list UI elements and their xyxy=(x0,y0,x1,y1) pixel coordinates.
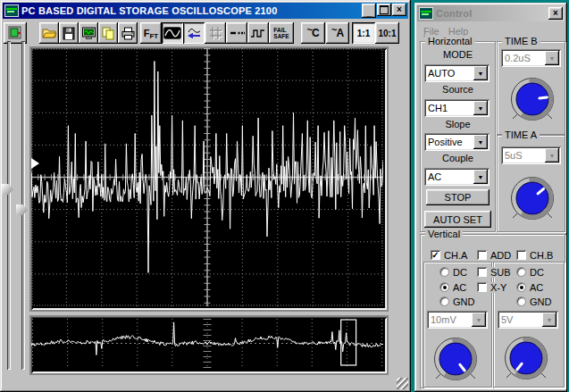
main-window-title: PC BASED DIGITAL STORAGE OSCILLOSCOPE 21… xyxy=(21,5,278,16)
main-window: PC BASED DIGITAL STORAGE OSCILLOSCOPE 21… xyxy=(0,0,411,392)
sub-label: SUB xyxy=(490,267,511,278)
source-dropdown[interactable]: CH1 ▼ xyxy=(424,99,490,117)
maximize-button[interactable] xyxy=(377,4,391,16)
fft-label: F xyxy=(144,28,150,38)
time-b-group: TIME B 0.2uS ▼ xyxy=(497,41,565,135)
app-icon xyxy=(4,4,19,17)
exit-icon xyxy=(7,26,23,40)
time-b-knob[interactable] xyxy=(506,73,558,125)
dropdown-arrow-icon[interactable]: ▼ xyxy=(473,170,488,184)
overview-waveform-svg xyxy=(31,317,383,370)
dropdown-arrow-icon: ▼ xyxy=(545,148,559,163)
control-close-button[interactable]: × xyxy=(548,7,563,20)
dashed-line-button[interactable] xyxy=(226,22,247,44)
position-slider-b-thumb[interactable] xyxy=(16,204,28,215)
display-button[interactable] xyxy=(79,22,98,44)
print-button[interactable] xyxy=(118,22,138,44)
xy-label: X-Y xyxy=(490,282,506,293)
time-b-dropdown[interactable]: 0.2uS ▼ xyxy=(501,49,561,67)
sine-wave-icon xyxy=(163,27,181,39)
toolbar: FFT xyxy=(0,22,411,44)
control-titlebar[interactable]: Control × xyxy=(417,5,565,21)
trigger-level-marker[interactable] xyxy=(31,158,39,169)
ch-b-gnd-label: GND xyxy=(530,296,551,307)
time-a-group-label: TIME A xyxy=(502,129,540,140)
main-waveform-display xyxy=(29,46,389,312)
fail-safe-button[interactable]: FAILSAFE xyxy=(269,22,294,44)
sub-checkbox[interactable]: ✓ xyxy=(477,267,487,277)
temp-a-button[interactable]: ~A xyxy=(326,22,349,44)
grid-icon xyxy=(208,26,222,40)
fft-button[interactable]: FFT xyxy=(140,22,162,44)
control-app-icon xyxy=(419,7,433,20)
ch-b-ac-radio[interactable] xyxy=(516,282,526,292)
save-button[interactable] xyxy=(59,22,79,44)
auto-set-button[interactable]: AUTO SET xyxy=(424,211,491,228)
add-checkbox[interactable]: ✓ xyxy=(477,250,487,260)
ch-a-ac-radio[interactable] xyxy=(439,282,449,292)
ch-a-knob[interactable] xyxy=(430,333,481,385)
ch-b-checkbox[interactable]: ✓ xyxy=(516,250,526,260)
xy-checkbox[interactable]: ✓ xyxy=(477,282,487,292)
slope-label: Slope xyxy=(421,119,495,129)
position-slider-a-track[interactable] xyxy=(7,41,11,370)
overview-waveform-display xyxy=(29,315,389,375)
notes-button[interactable] xyxy=(98,22,118,44)
temp-c-button[interactable]: ~C xyxy=(301,22,325,44)
mode-dropdown[interactable]: AUTO ▼ xyxy=(424,64,490,82)
vertical-group: Vertical ✓ CH.A ✓ ADD ✓ CH.B DC AC GND ✓… xyxy=(420,234,565,388)
open-button[interactable] xyxy=(39,22,59,44)
time-a-knob[interactable] xyxy=(506,172,558,224)
ch-a-checkbox[interactable]: ✓ xyxy=(431,250,440,260)
maximize-icon xyxy=(380,5,389,14)
dropdown-arrow-icon[interactable]: ▼ xyxy=(473,135,488,149)
main-titlebar[interactable]: PC BASED DIGITAL STORAGE OSCILLOSCOPE 21… xyxy=(3,3,408,19)
time-a-dropdown[interactable]: 5uS ▼ xyxy=(501,146,561,164)
horizontal-group: Horizontal MODE AUTO ▼ Source CH1 ▼ Slop… xyxy=(420,41,496,232)
ch-b-label: CH.B xyxy=(530,250,553,261)
minimize-button[interactable]: _ xyxy=(362,4,376,18)
tilde-icon: ~ xyxy=(331,24,337,35)
ch-b-knob[interactable] xyxy=(500,332,552,384)
ch-b-range-dropdown[interactable]: 5V ▼ xyxy=(498,311,558,329)
open-folder-icon xyxy=(41,27,57,39)
time-a-group: TIME A 5uS ▼ xyxy=(497,135,565,232)
ch-a-ac-label: AC xyxy=(453,282,466,293)
ch-a-dc-label: DC xyxy=(453,267,467,278)
ratio-1-1-button[interactable]: 1:1 xyxy=(352,22,375,44)
ch-b-gnd-radio[interactable] xyxy=(516,296,526,306)
desktop: PC BASED DIGITAL STORAGE OSCILLOSCOPE 21… xyxy=(0,0,569,392)
control-window: Control × File Help Horizontal MODE AUTO… xyxy=(414,3,567,392)
resize-grip[interactable] xyxy=(397,378,408,389)
ratio-10-1-button[interactable]: 10:1 xyxy=(375,22,399,44)
horizontal-group-label: Horizontal xyxy=(425,36,475,46)
dropdown-arrow-icon[interactable]: ▼ xyxy=(473,66,488,80)
grid-button[interactable] xyxy=(205,22,226,44)
mode-label: MODE xyxy=(421,49,495,60)
stop-button[interactable]: STOP xyxy=(426,189,490,205)
main-waveform-svg xyxy=(31,48,383,306)
couple-dropdown[interactable]: AC ▼ xyxy=(424,168,490,186)
dropdown-arrow-icon: ▼ xyxy=(472,313,486,327)
waveform-mode-button[interactable] xyxy=(162,22,183,44)
square-wave-icon xyxy=(250,28,266,39)
ch-a-dc-radio[interactable] xyxy=(439,267,449,277)
ch-a-gnd-radio[interactable] xyxy=(439,296,449,306)
ch-b-dc-radio[interactable] xyxy=(516,267,526,277)
dashed-line-icon xyxy=(230,29,245,37)
close-button[interactable]: × xyxy=(392,4,406,16)
position-slider-a-thumb[interactable] xyxy=(2,184,13,195)
dropdown-arrow-icon: ▼ xyxy=(542,313,556,327)
undo-wave-button[interactable] xyxy=(183,22,205,44)
source-label: Source xyxy=(421,84,495,95)
time-b-group-label: TIME B xyxy=(502,36,540,46)
slope-dropdown[interactable]: Positive ▼ xyxy=(424,133,490,151)
control-window-title: Control xyxy=(436,8,473,19)
undo-wave-icon xyxy=(186,26,202,40)
monitor-icon xyxy=(81,27,96,40)
square-wave-button[interactable] xyxy=(247,22,269,44)
ch-a-range-dropdown[interactable]: 10mV ▼ xyxy=(427,311,488,329)
ch-b-ac-label: AC xyxy=(530,282,543,293)
vertical-group-label: Vertical xyxy=(425,229,463,239)
dropdown-arrow-icon[interactable]: ▼ xyxy=(473,101,488,115)
